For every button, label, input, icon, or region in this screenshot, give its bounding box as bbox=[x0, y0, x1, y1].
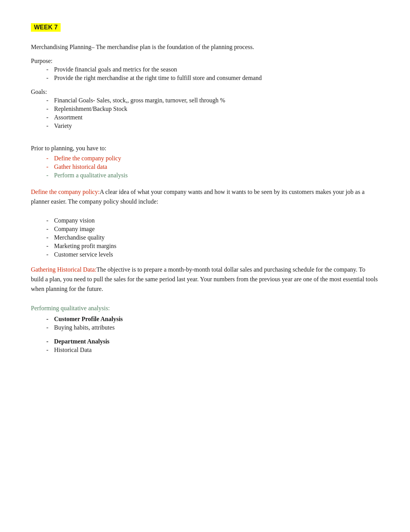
customer-profile-list: Customer Profile Analysis Buying habits,… bbox=[46, 316, 379, 331]
purpose-section: Purpose: Provide financial goals and met… bbox=[31, 58, 379, 82]
customer-profile-sub-item: Buying habits, attributes bbox=[46, 324, 379, 331]
define-items-list: Company vision Company image Merchandise… bbox=[46, 217, 379, 258]
performing-section: Performing qualitative analysis: Custome… bbox=[31, 305, 379, 354]
define-list-section: Company vision Company image Merchandise… bbox=[31, 217, 379, 258]
list-item: Merchandise quality bbox=[46, 234, 379, 241]
prior-item-gather: Gather historical data bbox=[46, 163, 379, 170]
performing-heading: Performing qualitative analysis: bbox=[31, 305, 379, 312]
define-section: Define the company policy:A clear idea o… bbox=[31, 187, 379, 207]
prior-list: Define the company policy Gather histori… bbox=[46, 155, 379, 179]
list-item: Financial Goals- Sales, stock,, gross ma… bbox=[46, 97, 379, 104]
customer-profile-section: Customer Profile Analysis Buying habits,… bbox=[31, 316, 379, 331]
list-item: Marketing profit margins bbox=[46, 243, 379, 250]
prior-item-perform: Perform a qualitative analysis bbox=[46, 172, 379, 179]
customer-profile-heading: Customer Profile Analysis bbox=[46, 316, 379, 323]
gathering-section: Gathering Historical Data:The objective … bbox=[31, 265, 379, 294]
prior-list-section: Define the company policy Gather histori… bbox=[31, 155, 379, 179]
department-analysis-list: Department Analysis Historical Data bbox=[46, 338, 379, 354]
prior-item-define: Define the company policy bbox=[46, 155, 379, 162]
goals-label: Goals: bbox=[31, 88, 379, 95]
department-sub-item: Historical Data bbox=[46, 347, 379, 354]
prior-intro-label: Prior to planning, you have to: bbox=[31, 145, 379, 152]
main-heading: Merchandising Planning– The merchandise … bbox=[31, 42, 379, 52]
list-item: Variety bbox=[46, 122, 379, 129]
list-item: Replenishment/Backup Stock bbox=[46, 105, 379, 112]
main-heading-body: The merchandise plan is the foundation o… bbox=[95, 44, 254, 50]
department-analysis-section: Department Analysis Historical Data bbox=[31, 338, 379, 354]
define-heading: Define the company policy: bbox=[31, 189, 100, 195]
list-item: Company image bbox=[46, 226, 379, 233]
goals-list: Financial Goals- Sales, stock,, gross ma… bbox=[46, 97, 379, 129]
list-item: Customer service levels bbox=[46, 251, 379, 258]
goals-section: Goals: Financial Goals- Sales, stock,, g… bbox=[31, 88, 379, 129]
prior-planning-intro: Prior to planning, you have to: bbox=[31, 145, 379, 152]
list-item: Provide financial goals and metrics for … bbox=[46, 66, 379, 73]
purpose-label: Purpose: bbox=[31, 58, 379, 65]
main-heading-bold: Merchandising Planning– bbox=[31, 44, 95, 50]
purpose-list: Provide financial goals and metrics for … bbox=[46, 66, 379, 82]
department-analysis-heading: Department Analysis bbox=[46, 338, 379, 345]
gathering-heading: Gathering Historical Data: bbox=[31, 266, 97, 273]
list-item: Assortment bbox=[46, 114, 379, 121]
list-item: Provide the right merchandise at the rig… bbox=[46, 75, 379, 82]
list-item: Company vision bbox=[46, 217, 379, 224]
week-badge: WEEK 7 bbox=[31, 23, 379, 42]
